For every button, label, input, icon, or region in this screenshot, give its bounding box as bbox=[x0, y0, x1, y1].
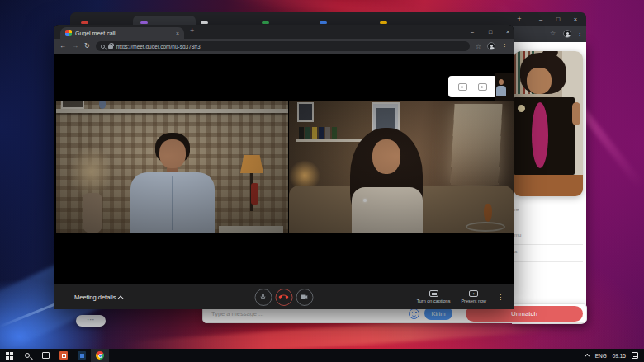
desktop: + – □ × ☆ ⋮ re mu bbox=[0, 0, 644, 362]
taskbar: ENG 09:15 bbox=[0, 349, 644, 362]
match-page-content: re mu a bbox=[512, 42, 586, 324]
search-icon bbox=[25, 353, 30, 358]
close-button[interactable]: × bbox=[502, 26, 514, 37]
tab-favicon[interactable] bbox=[262, 21, 269, 24]
match-video-card bbox=[514, 51, 583, 196]
minimize-button[interactable]: – bbox=[536, 14, 546, 25]
video-grid bbox=[56, 101, 514, 233]
tab-favicon[interactable] bbox=[81, 21, 88, 24]
truncated-text-line: mu bbox=[514, 233, 521, 237]
book-cover bbox=[514, 97, 575, 175]
captions-icon bbox=[429, 290, 438, 297]
captions-button[interactable]: Turn on captions bbox=[417, 290, 451, 303]
list-divider bbox=[514, 261, 583, 262]
windows-logo-icon bbox=[6, 352, 13, 360]
browser-tab-meet[interactable]: Gugel meet call × bbox=[60, 27, 184, 39]
taskbar-search-button[interactable] bbox=[18, 349, 36, 362]
self-view-thumbnail bbox=[495, 73, 514, 101]
truncated-text-line: a bbox=[514, 249, 517, 254]
taskbar-app-orange[interactable] bbox=[54, 349, 73, 362]
bookmark-star-icon[interactable]: ☆ bbox=[476, 43, 481, 50]
new-tab-button[interactable]: + bbox=[190, 26, 194, 35]
maximize-button[interactable]: □ bbox=[485, 26, 496, 37]
maximize-button[interactable]: □ bbox=[553, 14, 563, 25]
search-icon bbox=[101, 45, 105, 49]
tab-favicon[interactable] bbox=[201, 21, 208, 24]
meeting-details-label: Meeting details bbox=[74, 294, 116, 301]
meet-favicon-icon bbox=[65, 30, 72, 36]
microphone-button[interactable] bbox=[254, 289, 272, 306]
lock-icon bbox=[108, 45, 113, 49]
profile-avatar[interactable] bbox=[563, 30, 571, 38]
camera-icon bbox=[301, 293, 309, 301]
self-body bbox=[496, 86, 506, 96]
present-icon: ↑ bbox=[469, 290, 478, 297]
chrome-icon bbox=[96, 351, 104, 360]
url-text: https://meet.gugel.com/hu-sd378h3 bbox=[116, 44, 201, 49]
address-bar[interactable]: https://meet.gugel.com/hu-sd378h3 bbox=[96, 41, 470, 51]
taskbar-chrome-active[interactable] bbox=[91, 349, 109, 362]
call-end-icon bbox=[279, 292, 289, 302]
start-button[interactable] bbox=[0, 349, 18, 362]
camera-button[interactable] bbox=[296, 289, 313, 306]
extensions-popup bbox=[448, 76, 497, 97]
notification-center-icon[interactable] bbox=[632, 352, 638, 359]
call-controls bbox=[254, 289, 313, 306]
list-divider bbox=[514, 244, 583, 245]
participant-outfit bbox=[514, 175, 583, 196]
blue-app-icon bbox=[78, 351, 86, 360]
more-options-icon[interactable]: ⋮ bbox=[497, 294, 504, 301]
emoji-button[interactable] bbox=[409, 308, 419, 319]
book-cover-oval bbox=[532, 102, 548, 168]
bookmark-star-icon[interactable]: ☆ bbox=[550, 30, 556, 37]
language-indicator[interactable]: ENG bbox=[595, 353, 607, 359]
secondary-controls: Turn on captions ↑ Present now ⋮ bbox=[417, 290, 504, 303]
browser-menu-icon[interactable]: ⋮ bbox=[501, 43, 508, 50]
captions-label: Turn on captions bbox=[417, 299, 451, 303]
close-button[interactable]: × bbox=[571, 14, 580, 25]
meeting-details-button[interactable]: Meeting details bbox=[74, 294, 124, 301]
forward-icon[interactable]: → bbox=[72, 43, 78, 49]
tab-close-icon[interactable]: × bbox=[176, 31, 179, 36]
clock[interactable]: 09:15 bbox=[613, 353, 626, 359]
task-view-button[interactable] bbox=[36, 349, 54, 362]
tab-favicon[interactable] bbox=[320, 21, 327, 24]
typing-indicator: ⋯ bbox=[76, 315, 106, 327]
hang-up-button[interactable] bbox=[275, 289, 292, 306]
participant-hand bbox=[572, 102, 580, 125]
self-face bbox=[499, 79, 504, 85]
taskbar-app-blue[interactable] bbox=[73, 349, 91, 362]
new-tab-button[interactable]: + bbox=[514, 14, 524, 25]
present-button[interactable]: ↑ Present now bbox=[461, 290, 486, 303]
tab-favicon[interactable] bbox=[380, 21, 387, 24]
meet-browser-window: Gugel meet call × + – □ × ← → ↻ https://… bbox=[54, 25, 514, 309]
microphone-icon bbox=[259, 293, 268, 301]
browser-menu-icon[interactable]: ⋮ bbox=[576, 30, 583, 37]
profile-avatar[interactable] bbox=[487, 42, 495, 50]
video-tile-participant-1 bbox=[56, 101, 288, 233]
message-input[interactable] bbox=[210, 309, 409, 318]
screenshot-icon[interactable] bbox=[458, 83, 467, 91]
tab-title: Gugel meet call bbox=[75, 31, 173, 36]
chevron-up-icon bbox=[118, 295, 124, 301]
back-icon[interactable]: ← bbox=[59, 43, 66, 49]
system-tray: ENG 09:15 bbox=[586, 352, 644, 359]
meet-controls-bar: Meeting details bbox=[54, 284, 514, 309]
tab-bar: Gugel meet call × + – □ × bbox=[54, 25, 514, 39]
vignette bbox=[56, 101, 288, 233]
image-icon[interactable] bbox=[478, 83, 487, 91]
tray-chevron-icon[interactable] bbox=[585, 354, 590, 359]
orange-app-icon bbox=[59, 351, 68, 360]
video-tile-participant-2 bbox=[289, 101, 514, 233]
minimize-button[interactable]: – bbox=[466, 26, 478, 37]
reload-icon[interactable]: ↻ bbox=[84, 43, 90, 49]
meet-page: Meeting details bbox=[54, 54, 514, 309]
present-label: Present now bbox=[461, 299, 486, 303]
vignette bbox=[289, 101, 514, 233]
task-view-icon bbox=[42, 352, 50, 359]
truncated-text-line: re bbox=[514, 207, 519, 212]
participant-face bbox=[527, 68, 552, 94]
book-cover-circle bbox=[518, 105, 525, 112]
browser-toolbar: ← → ↻ https://meet.gugel.com/hu-sd378h3 … bbox=[54, 39, 514, 54]
tab-favicon[interactable] bbox=[140, 21, 148, 24]
